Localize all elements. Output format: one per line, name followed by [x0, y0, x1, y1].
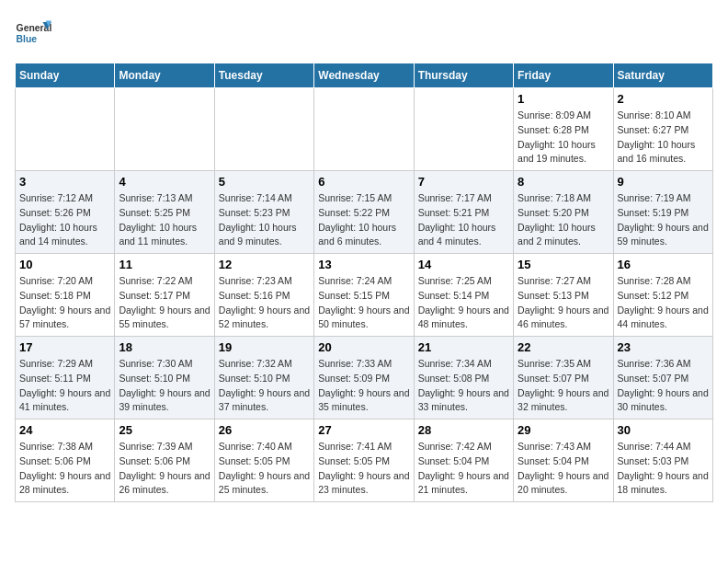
calendar-week-row: 1Sunrise: 8:09 AM Sunset: 6:28 PM Daylig… — [16, 88, 713, 171]
day-info: Sunrise: 8:10 AM Sunset: 6:27 PM Dayligh… — [618, 109, 709, 167]
calendar-cell: 6Sunrise: 7:15 AM Sunset: 5:22 PM Daylig… — [314, 171, 414, 254]
day-info: Sunrise: 7:27 AM Sunset: 5:13 PM Dayligh… — [518, 274, 609, 332]
calendar-cell: 4Sunrise: 7:13 AM Sunset: 5:25 PM Daylig… — [115, 171, 214, 254]
header-day-monday: Monday — [115, 63, 214, 88]
calendar-cell: 22Sunrise: 7:35 AM Sunset: 5:07 PM Dayli… — [514, 337, 613, 419]
calendar-cell: 23Sunrise: 7:36 AM Sunset: 5:07 PM Dayli… — [613, 337, 712, 419]
calendar-week-row: 10Sunrise: 7:20 AM Sunset: 5:18 PM Dayli… — [16, 254, 713, 337]
calendar-table: SundayMondayTuesdayWednesdayThursdayFrid… — [15, 63, 713, 502]
day-info: Sunrise: 7:17 AM Sunset: 5:21 PM Dayligh… — [418, 191, 509, 249]
calendar-cell: 2Sunrise: 8:10 AM Sunset: 6:27 PM Daylig… — [613, 88, 712, 171]
calendar-cell: 18Sunrise: 7:30 AM Sunset: 5:10 PM Dayli… — [115, 337, 214, 419]
day-info: Sunrise: 7:41 AM Sunset: 5:05 PM Dayligh… — [318, 440, 409, 498]
day-number: 21 — [418, 340, 509, 354]
calendar-week-row: 24Sunrise: 7:38 AM Sunset: 5:06 PM Dayli… — [16, 419, 713, 502]
day-info: Sunrise: 7:20 AM Sunset: 5:18 PM Dayligh… — [19, 274, 110, 332]
calendar-cell: 3Sunrise: 7:12 AM Sunset: 5:26 PM Daylig… — [16, 171, 115, 254]
page-header: General Blue — [15, 15, 713, 52]
calendar-cell: 21Sunrise: 7:34 AM Sunset: 5:08 PM Dayli… — [414, 337, 513, 419]
day-number: 28 — [418, 423, 509, 437]
day-number: 30 — [618, 423, 709, 437]
calendar-week-row: 3Sunrise: 7:12 AM Sunset: 5:26 PM Daylig… — [16, 171, 713, 254]
day-number: 18 — [119, 340, 210, 354]
header-day-sunday: Sunday — [16, 63, 115, 88]
day-number: 3 — [19, 175, 110, 189]
day-info: Sunrise: 7:19 AM Sunset: 5:19 PM Dayligh… — [618, 191, 709, 249]
day-info: Sunrise: 7:34 AM Sunset: 5:08 PM Dayligh… — [418, 357, 509, 415]
calendar-cell: 20Sunrise: 7:33 AM Sunset: 5:09 PM Dayli… — [314, 337, 414, 419]
day-number: 10 — [19, 258, 110, 271]
calendar-cell — [16, 88, 115, 171]
svg-text:Blue: Blue — [17, 34, 38, 44]
day-number: 29 — [518, 423, 609, 437]
calendar-cell: 17Sunrise: 7:29 AM Sunset: 5:11 PM Dayli… — [16, 337, 115, 419]
day-info: Sunrise: 7:29 AM Sunset: 5:11 PM Dayligh… — [19, 357, 110, 415]
header-day-tuesday: Tuesday — [214, 63, 313, 88]
day-number: 25 — [119, 423, 210, 437]
header-day-thursday: Thursday — [414, 63, 513, 88]
calendar-week-row: 17Sunrise: 7:29 AM Sunset: 5:11 PM Dayli… — [16, 337, 713, 419]
day-info: Sunrise: 7:25 AM Sunset: 5:14 PM Dayligh… — [418, 274, 509, 332]
day-info: Sunrise: 7:38 AM Sunset: 5:06 PM Dayligh… — [19, 440, 110, 498]
day-number: 7 — [418, 175, 509, 189]
calendar-cell: 13Sunrise: 7:24 AM Sunset: 5:15 PM Dayli… — [314, 254, 414, 337]
day-number: 6 — [318, 175, 409, 189]
day-info: Sunrise: 7:23 AM Sunset: 5:16 PM Dayligh… — [219, 274, 310, 332]
calendar-cell — [115, 88, 214, 171]
calendar-cell: 15Sunrise: 7:27 AM Sunset: 5:13 PM Dayli… — [514, 254, 613, 337]
day-number: 5 — [219, 175, 310, 189]
logo-icon: General Blue — [15, 15, 51, 52]
day-number: 19 — [219, 340, 310, 354]
calendar-cell — [314, 88, 414, 171]
day-number: 23 — [618, 340, 709, 354]
day-number: 15 — [518, 258, 609, 271]
calendar-cell: 26Sunrise: 7:40 AM Sunset: 5:05 PM Dayli… — [214, 419, 313, 502]
day-info: Sunrise: 7:14 AM Sunset: 5:23 PM Dayligh… — [219, 191, 310, 249]
calendar-cell: 11Sunrise: 7:22 AM Sunset: 5:17 PM Dayli… — [115, 254, 214, 337]
day-info: Sunrise: 7:12 AM Sunset: 5:26 PM Dayligh… — [19, 191, 110, 249]
day-info: Sunrise: 7:40 AM Sunset: 5:05 PM Dayligh… — [219, 440, 310, 498]
calendar-cell: 12Sunrise: 7:23 AM Sunset: 5:16 PM Dayli… — [214, 254, 313, 337]
day-info: Sunrise: 7:33 AM Sunset: 5:09 PM Dayligh… — [318, 357, 409, 415]
calendar-cell: 27Sunrise: 7:41 AM Sunset: 5:05 PM Dayli… — [314, 419, 414, 502]
day-info: Sunrise: 7:44 AM Sunset: 5:03 PM Dayligh… — [618, 440, 709, 498]
day-info: Sunrise: 7:36 AM Sunset: 5:07 PM Dayligh… — [618, 357, 709, 415]
calendar-cell: 19Sunrise: 7:32 AM Sunset: 5:10 PM Dayli… — [214, 337, 313, 419]
calendar-cell — [214, 88, 313, 171]
day-info: Sunrise: 7:39 AM Sunset: 5:06 PM Dayligh… — [119, 440, 210, 498]
day-number: 1 — [518, 92, 609, 106]
day-info: Sunrise: 7:22 AM Sunset: 5:17 PM Dayligh… — [119, 274, 210, 332]
header-day-saturday: Saturday — [613, 63, 712, 88]
day-number: 13 — [318, 258, 409, 271]
calendar-cell: 29Sunrise: 7:43 AM Sunset: 5:04 PM Dayli… — [514, 419, 613, 502]
header-day-wednesday: Wednesday — [314, 63, 414, 88]
day-number: 4 — [119, 175, 210, 189]
day-number: 2 — [618, 92, 709, 106]
day-number: 26 — [219, 423, 310, 437]
calendar-header-row: SundayMondayTuesdayWednesdayThursdayFrid… — [16, 63, 713, 88]
calendar-cell: 24Sunrise: 7:38 AM Sunset: 5:06 PM Dayli… — [16, 419, 115, 502]
logo: General Blue — [15, 15, 55, 52]
day-number: 11 — [119, 258, 210, 271]
day-info: Sunrise: 7:28 AM Sunset: 5:12 PM Dayligh… — [618, 274, 709, 332]
day-info: Sunrise: 7:13 AM Sunset: 5:25 PM Dayligh… — [119, 191, 210, 249]
day-number: 9 — [618, 175, 709, 189]
calendar-cell: 9Sunrise: 7:19 AM Sunset: 5:19 PM Daylig… — [613, 171, 712, 254]
day-info: Sunrise: 7:43 AM Sunset: 5:04 PM Dayligh… — [518, 440, 609, 498]
calendar-cell: 28Sunrise: 7:42 AM Sunset: 5:04 PM Dayli… — [414, 419, 513, 502]
day-number: 8 — [518, 175, 609, 189]
day-info: Sunrise: 7:18 AM Sunset: 5:20 PM Dayligh… — [518, 191, 609, 249]
day-number: 14 — [418, 258, 509, 271]
day-number: 24 — [19, 423, 110, 437]
day-info: Sunrise: 7:24 AM Sunset: 5:15 PM Dayligh… — [318, 274, 409, 332]
day-info: Sunrise: 8:09 AM Sunset: 6:28 PM Dayligh… — [518, 109, 609, 167]
day-info: Sunrise: 7:30 AM Sunset: 5:10 PM Dayligh… — [119, 357, 210, 415]
calendar-cell — [414, 88, 513, 171]
day-number: 17 — [19, 340, 110, 354]
day-info: Sunrise: 7:42 AM Sunset: 5:04 PM Dayligh… — [418, 440, 509, 498]
calendar-cell: 30Sunrise: 7:44 AM Sunset: 5:03 PM Dayli… — [613, 419, 712, 502]
calendar-cell: 14Sunrise: 7:25 AM Sunset: 5:14 PM Dayli… — [414, 254, 513, 337]
calendar-cell: 7Sunrise: 7:17 AM Sunset: 5:21 PM Daylig… — [414, 171, 513, 254]
calendar-cell: 1Sunrise: 8:09 AM Sunset: 6:28 PM Daylig… — [514, 88, 613, 171]
calendar-cell: 5Sunrise: 7:14 AM Sunset: 5:23 PM Daylig… — [214, 171, 313, 254]
